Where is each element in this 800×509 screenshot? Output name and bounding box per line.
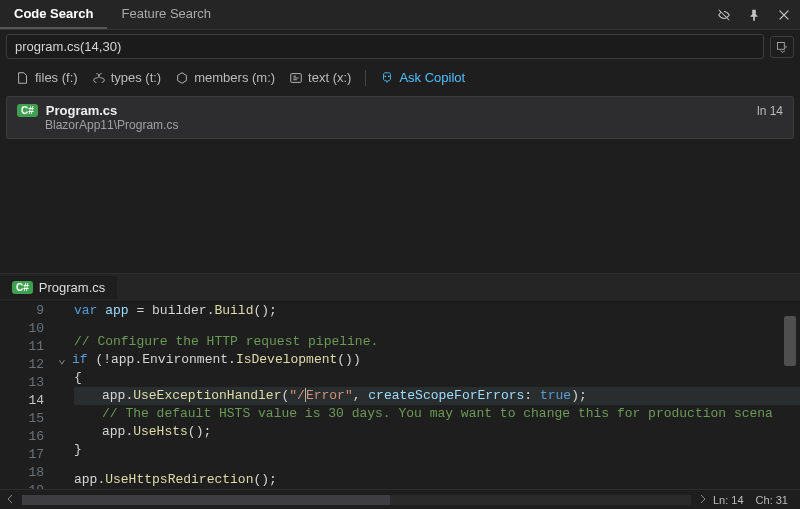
- line-gutter: 9 10 11 12 13 14 15 16 17 18 19: [0, 302, 52, 489]
- results-list: C# Program.cs ln 14 BlazorApp11\Program.…: [0, 96, 800, 139]
- status-column[interactable]: Ch: 31: [750, 494, 794, 506]
- filter-members-label: members (m:): [194, 70, 275, 85]
- filter-types-label: types (t:): [111, 70, 162, 85]
- filter-types[interactable]: types (t:): [88, 67, 166, 88]
- filter-bar: files (f:) types (t:) members (m:) text …: [0, 63, 800, 96]
- line-number: 10: [0, 320, 44, 338]
- editor-tab-filename: Program.cs: [39, 280, 105, 295]
- search-input[interactable]: [6, 34, 764, 59]
- window-controls: [714, 5, 800, 25]
- fold-chevron-icon[interactable]: ⌄: [58, 351, 72, 369]
- result-line: ln 14: [757, 104, 783, 118]
- line-number: 12: [0, 356, 44, 374]
- editor-area: C# Program.cs 9 10 11 12 13 14 15 16 17 …: [0, 273, 800, 489]
- close-icon[interactable]: [774, 5, 794, 25]
- svg-point-2: [385, 75, 387, 77]
- status-bar: Ln: 14 Ch: 31: [0, 489, 800, 509]
- editor-tab[interactable]: C# Program.cs: [0, 276, 117, 299]
- filter-text-label: text (x:): [308, 70, 351, 85]
- horizontal-scrollbar[interactable]: [22, 495, 691, 505]
- result-path: BlazorApp11\Program.cs: [45, 118, 783, 132]
- top-tabs: Code Search Feature Search: [0, 0, 225, 29]
- line-number: 14: [0, 392, 44, 410]
- vertical-scrollbar[interactable]: [784, 316, 796, 366]
- result-filename: Program.cs: [46, 103, 118, 118]
- line-number: 17: [0, 446, 44, 464]
- editor-tabbar: C# Program.cs: [0, 274, 800, 302]
- scroll-right-icon[interactable]: [697, 494, 707, 506]
- search-options-dropdown[interactable]: [770, 36, 794, 58]
- svg-point-3: [388, 75, 390, 77]
- ask-copilot-label: Ask Copilot: [399, 70, 465, 85]
- line-number: 19: [0, 482, 44, 489]
- filter-members[interactable]: members (m:): [171, 67, 279, 88]
- eye-off-icon[interactable]: [714, 5, 734, 25]
- line-number: 15: [0, 410, 44, 428]
- filter-files[interactable]: files (f:): [12, 67, 82, 88]
- editor-lang-badge: C#: [12, 281, 33, 294]
- line-number: 9: [0, 302, 44, 320]
- filter-files-label: files (f:): [35, 70, 78, 85]
- tab-code-search[interactable]: Code Search: [0, 0, 107, 29]
- ask-copilot[interactable]: Ask Copilot: [376, 67, 469, 88]
- line-number: 13: [0, 374, 44, 392]
- line-number: 16: [0, 428, 44, 446]
- code-content: var app = builder.Build(); // Configure …: [52, 302, 800, 489]
- line-number: 18: [0, 464, 44, 482]
- search-row: [0, 30, 800, 63]
- code-editor[interactable]: 9 10 11 12 13 14 15 16 17 18 19 var app …: [0, 302, 800, 489]
- result-lang-badge: C#: [17, 104, 38, 117]
- tab-feature-search[interactable]: Feature Search: [107, 0, 225, 29]
- titlebar: Code Search Feature Search: [0, 0, 800, 30]
- filter-text[interactable]: text (x:): [285, 67, 355, 88]
- line-number: 11: [0, 338, 44, 356]
- svg-rect-0: [778, 42, 785, 49]
- filter-separator: [365, 70, 366, 86]
- pin-icon[interactable]: [744, 5, 764, 25]
- status-line[interactable]: Ln: 14: [707, 494, 750, 506]
- scroll-left-icon[interactable]: [6, 494, 16, 506]
- result-item[interactable]: C# Program.cs ln 14 BlazorApp11\Program.…: [6, 96, 794, 139]
